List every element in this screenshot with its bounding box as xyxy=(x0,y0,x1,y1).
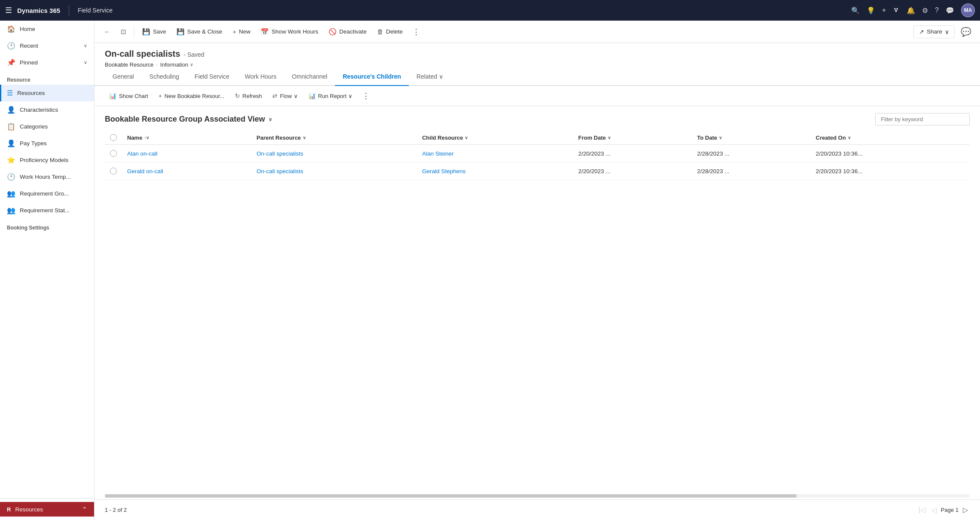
table-row: Gerald on-call On-call specialists Geral… xyxy=(105,162,970,180)
show-work-hours-button[interactable]: 📅 Show Work Hours xyxy=(256,25,323,38)
new-button[interactable]: + New xyxy=(228,25,255,38)
tab-field-service[interactable]: Field Service xyxy=(187,68,237,86)
bell-icon[interactable]: 🔔 xyxy=(907,6,915,15)
show-chart-button[interactable]: 📊 Show Chart xyxy=(105,90,152,101)
sidebar-item-recent[interactable]: 🕐 Recent ∨ xyxy=(0,37,94,54)
row-2-check[interactable] xyxy=(105,162,122,180)
delete-button[interactable]: 🗑 Delete xyxy=(373,25,407,38)
col-created-label: Created On xyxy=(816,135,846,141)
sidebar-item-pinned[interactable]: 📌 Pinned ∨ xyxy=(0,54,94,71)
row-1-check[interactable] xyxy=(105,145,122,162)
header-child-resource[interactable]: Child Resource ∨ xyxy=(417,131,573,145)
header-created-on[interactable]: Created On ∨ xyxy=(811,131,970,145)
show-chart-label: Show Chart xyxy=(119,93,148,99)
sidebar-item-requirement-stat[interactable]: 👥 Requirement Stat... xyxy=(0,202,94,219)
run-report-button[interactable]: 📊 Run Report ∨ xyxy=(304,90,357,101)
row-2-parent[interactable]: On-call specialists xyxy=(251,162,417,180)
save-close-label: Save & Close xyxy=(187,28,222,35)
col-to-label: To Date xyxy=(697,135,717,141)
sidebar-item-home-label: Home xyxy=(20,26,35,32)
header-check-col[interactable] xyxy=(105,131,122,145)
sidebar-bottom-resources[interactable]: R Resources ⌃ xyxy=(0,502,94,517)
row-1-name-link[interactable]: Alan on-call xyxy=(127,150,158,157)
row-1-child-link[interactable]: Alan Steiner xyxy=(422,150,454,157)
share-button[interactable]: ↗ Share ∨ xyxy=(913,25,955,38)
header-checkbox[interactable] xyxy=(110,134,117,141)
tab-work-hours[interactable]: Work Hours xyxy=(237,68,284,86)
back-icon: ← xyxy=(104,28,110,35)
req-stat-icon: 👥 xyxy=(7,206,15,214)
search-icon[interactable]: 🔍 xyxy=(851,6,860,15)
module-name: Field Service xyxy=(78,7,113,14)
header-from-date[interactable]: From Date ∨ xyxy=(573,131,692,145)
tab-resources-children[interactable]: Resource's Children xyxy=(335,68,409,86)
sidebar-item-proficiency-models[interactable]: ⭐ Proficiency Models xyxy=(0,152,94,168)
filter-icon[interactable]: ⛛ xyxy=(893,6,900,14)
related-arrow: ∨ xyxy=(439,73,443,80)
expand-button[interactable]: ⊡ xyxy=(116,25,131,38)
save-close-button[interactable]: 💾 Save & Close xyxy=(172,25,227,38)
row-1-checkbox[interactable] xyxy=(110,150,117,157)
tab-related[interactable]: Related ∨ xyxy=(409,68,451,86)
page-title-row: On-call specialists - Saved xyxy=(105,49,970,59)
prev-page-button[interactable]: ◁ xyxy=(930,505,938,515)
row-2-parent-link[interactable]: On-call specialists xyxy=(256,168,303,174)
plus-icon[interactable]: + xyxy=(882,6,886,14)
sidebar-item-characteristics[interactable]: 👤 Characteristics xyxy=(0,101,94,118)
row-1-child[interactable]: Alan Steiner xyxy=(417,145,573,162)
row-2-from: 2/20/2023 ... xyxy=(573,162,692,180)
toolbar-more-button[interactable]: ⋮ xyxy=(409,25,423,38)
row-1-name[interactable]: Alan on-call xyxy=(122,145,251,162)
row-1-parent[interactable]: On-call specialists xyxy=(251,145,417,162)
help-icon[interactable]: ? xyxy=(935,6,939,14)
sidebar-item-pay-types[interactable]: 👤 Pay Types xyxy=(0,135,94,152)
row-2-child[interactable]: Gerald Stephens xyxy=(417,162,573,180)
proficiency-icon: ⭐ xyxy=(7,156,15,164)
row-2-name-link[interactable]: Gerald on-call xyxy=(127,168,163,174)
deactivate-icon: 🚫 xyxy=(329,28,337,36)
sidebar-item-requirement-gro[interactable]: 👥 Requirement Gro... xyxy=(0,185,94,202)
tab-general[interactable]: General xyxy=(105,68,142,86)
sidebar-item-work-hours[interactable]: 🕐 Work Hours Temp... xyxy=(0,168,94,185)
row-2-child-link[interactable]: Gerald Stephens xyxy=(422,168,466,174)
sidebar-item-categories[interactable]: 📋 Categories xyxy=(0,118,94,135)
scrollbar-thumb[interactable] xyxy=(105,494,797,498)
settings-icon[interactable]: ⚙ xyxy=(922,6,928,15)
back-button[interactable]: ← xyxy=(100,25,115,38)
app-title: Dynamics 365 xyxy=(17,7,60,14)
header-name[interactable]: Name ↑∨ xyxy=(122,131,251,145)
breadcrumb-current[interactable]: Information ∨ xyxy=(160,61,193,68)
horizontal-scrollbar[interactable] xyxy=(105,494,970,498)
refresh-button[interactable]: ↻ Refresh xyxy=(231,90,267,101)
new-bookable-resource-button[interactable]: + New Bookable Resour... xyxy=(154,90,229,101)
next-page-button[interactable]: ▷ xyxy=(961,505,970,515)
sidebar-item-work-hours-label: Work Hours Temp... xyxy=(20,174,71,180)
first-page-button[interactable]: |◁ xyxy=(917,505,927,515)
sidebar-item-home[interactable]: 🏠 Home xyxy=(0,21,94,37)
header-parent-resource[interactable]: Parent Resource ∨ xyxy=(251,131,417,145)
chat-button[interactable]: 💬 xyxy=(957,25,975,39)
flow-button[interactable]: ⇄ Flow ∨ xyxy=(268,90,302,101)
sort-from-icon: ∨ xyxy=(608,135,611,140)
row-1-parent-link[interactable]: On-call specialists xyxy=(256,150,303,157)
flow-icon: ⇄ xyxy=(272,92,277,99)
sidebar-bottom-icon: R xyxy=(7,506,11,513)
hamburger-menu[interactable]: ☰ xyxy=(5,6,12,15)
row-2-name[interactable]: Gerald on-call xyxy=(122,162,251,180)
sub-more-button[interactable]: ⋮ xyxy=(359,89,373,102)
avatar[interactable]: MA xyxy=(961,3,975,17)
lightbulb-icon[interactable]: 💡 xyxy=(867,6,875,15)
filter-keyword-input[interactable] xyxy=(875,113,970,125)
row-2-checkbox[interactable] xyxy=(110,168,117,174)
tab-omnichannel[interactable]: Omnichannel xyxy=(284,68,335,86)
view-title[interactable]: Bookable Resource Group Associated View … xyxy=(105,115,272,124)
tab-scheduling[interactable]: Scheduling xyxy=(142,68,187,86)
sidebar-item-resources[interactable]: ☰ Resources xyxy=(0,85,94,101)
row-1-from-val: 2/20/2023 ... xyxy=(578,150,610,157)
share-arrow: ∨ xyxy=(945,28,949,35)
deactivate-button[interactable]: 🚫 Deactivate xyxy=(324,25,371,38)
breadcrumb-entity[interactable]: Bookable Resource xyxy=(105,61,153,68)
chat-nav-icon[interactable]: 💬 xyxy=(946,6,954,15)
save-button[interactable]: 💾 Save xyxy=(138,25,170,38)
header-to-date[interactable]: To Date ∨ xyxy=(692,131,810,145)
